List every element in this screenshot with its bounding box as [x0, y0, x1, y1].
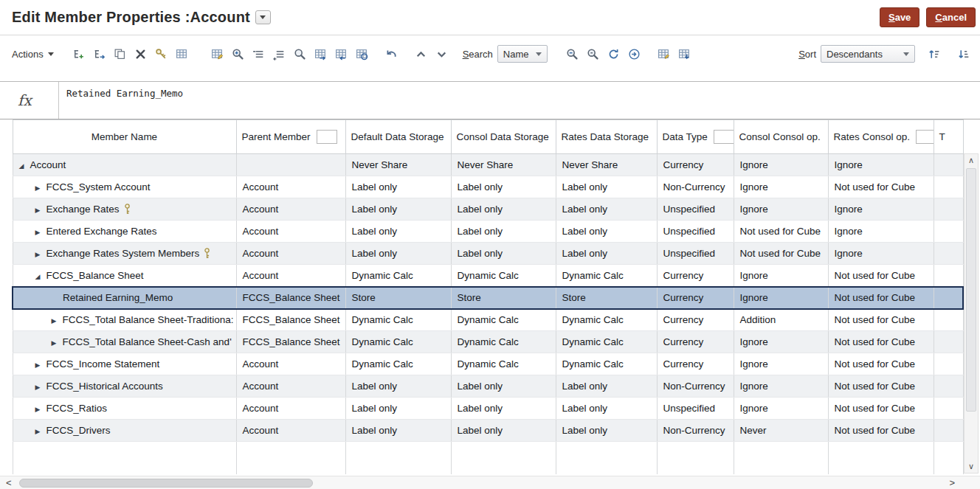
- consol-consol-op-cell[interactable]: Addition: [734, 309, 828, 331]
- default-data-storage-cell[interactable]: Dynamic Calc: [345, 331, 451, 353]
- consol-data-storage-cell[interactable]: Dynamic Calc: [451, 265, 556, 287]
- member-cell[interactable]: FCCS_Total Balance Sheet-Traditiona:: [13, 309, 236, 331]
- consol-consol-op-cell[interactable]: Ignore: [734, 398, 828, 420]
- refresh-icon[interactable]: [605, 45, 623, 63]
- table-row[interactable]: Account Never Share Never Share Never Sh…: [13, 154, 963, 176]
- search-by-select[interactable]: Name: [497, 45, 548, 63]
- vertical-scroll-track[interactable]: [965, 167, 978, 460]
- table-row[interactable]: FCCS_Balance Sheet Account Dynamic Calc …: [13, 265, 963, 287]
- member-cell[interactable]: FCCS_Income Statement: [13, 353, 236, 375]
- move-up-icon[interactable]: [413, 45, 430, 63]
- default-data-storage-cell[interactable]: Dynamic Calc: [345, 309, 451, 331]
- rates-consol-op-cell[interactable]: Ignore: [828, 243, 934, 265]
- export-grid-icon[interactable]: [655, 45, 673, 63]
- table-row[interactable]: Retained Earning_Memo FCCS_Balance Sheet…: [13, 287, 963, 309]
- rates-consol-op-cell[interactable]: Not used for Cube: [828, 398, 934, 420]
- table-row[interactable]: FCCS_Ratios Account Label only Label onl…: [13, 398, 963, 420]
- member-cell[interactable]: Exchange Rates System Members: [13, 243, 236, 265]
- consol-consol-op-cell[interactable]: Ignore: [734, 331, 828, 353]
- add-child-icon[interactable]: [70, 45, 88, 63]
- zoom-in-icon[interactable]: [230, 45, 247, 63]
- data-type-cell[interactable]: Currency: [657, 154, 734, 176]
- member-selector-icon[interactable]: [173, 45, 191, 63]
- column-header-member-name[interactable]: Member Name: [13, 120, 236, 154]
- magnifier-reset-icon[interactable]: [584, 45, 602, 63]
- consol-consol-op-cell[interactable]: Ignore: [734, 353, 828, 375]
- expand-toggle-icon[interactable]: [35, 207, 46, 214]
- vertical-scroll-thumb[interactable]: [966, 168, 976, 412]
- import-grid-icon[interactable]: [676, 45, 694, 63]
- rates-data-storage-cell[interactable]: Label only: [556, 375, 657, 398]
- data-type-cell[interactable]: Currency: [657, 353, 734, 375]
- header-filter-box[interactable]: [916, 130, 933, 144]
- consol-consol-op-cell[interactable]: Not used for Cube: [734, 221, 828, 243]
- rates-data-storage-cell[interactable]: Dynamic Calc: [556, 353, 657, 375]
- expand-toggle-icon[interactable]: [35, 229, 46, 236]
- rates-data-storage-cell[interactable]: Store: [556, 287, 657, 309]
- column-header-parent-member[interactable]: Parent Member: [236, 120, 345, 154]
- consol-consol-op-cell[interactable]: Ignore: [734, 176, 828, 198]
- data-type-cell[interactable]: Unspecified: [657, 398, 734, 420]
- scroll-up-icon[interactable]: [965, 154, 978, 167]
- default-data-storage-cell[interactable]: Label only: [345, 375, 451, 398]
- member-cell[interactable]: FCCS_Historical Accounts: [13, 375, 236, 398]
- consol-consol-op-cell[interactable]: Ignore: [734, 154, 828, 176]
- table-row[interactable]: FCCS_Income Statement Account Dynamic Ca…: [13, 353, 963, 375]
- delete-member-icon[interactable]: [132, 45, 150, 63]
- table-row[interactable]: FCCS_System Account Account Label only L…: [13, 176, 963, 198]
- sort-ascending-icon[interactable]: [925, 45, 943, 63]
- shift-column-right-icon[interactable]: [312, 45, 330, 63]
- rates-data-storage-cell[interactable]: Label only: [556, 198, 657, 221]
- rates-data-storage-cell[interactable]: Dynamic Calc: [556, 265, 657, 287]
- data-type-cell[interactable]: Non-Currency: [657, 375, 734, 398]
- table-row[interactable]: FCCS_Total Balance Sheet-Traditiona: FCC…: [13, 309, 963, 331]
- parent-member-cell[interactable]: FCCS_Balance Sheet: [236, 309, 345, 331]
- freeze-pane-icon[interactable]: [353, 45, 371, 63]
- default-data-storage-cell[interactable]: Label only: [345, 221, 451, 243]
- consol-consol-op-cell[interactable]: Never: [734, 420, 828, 442]
- column-header-data-type[interactable]: Data Type: [657, 120, 734, 154]
- consol-consol-op-cell[interactable]: Ignore: [734, 375, 828, 398]
- rates-data-storage-cell[interactable]: Label only: [556, 221, 657, 243]
- table-row[interactable]: Exchange Rates Account Label only Label …: [13, 198, 963, 221]
- expand-toggle-icon[interactable]: [52, 317, 63, 325]
- table-row[interactable]: FCCS_Drivers Account Label only Label on…: [13, 420, 963, 442]
- expand-toggle-icon[interactable]: [35, 384, 46, 391]
- expand-toggle-icon[interactable]: [35, 428, 46, 435]
- rates-consol-op-cell[interactable]: Not used for Cube: [828, 309, 934, 331]
- scroll-left-icon[interactable]: [6, 477, 12, 488]
- expand-toggle-icon[interactable]: [35, 251, 46, 258]
- member-cell[interactable]: FCCS_Drivers: [13, 420, 236, 442]
- header-filter-box[interactable]: [317, 130, 337, 144]
- horizontal-scroll-thumb[interactable]: [19, 479, 313, 488]
- header-filter-box[interactable]: [714, 130, 734, 144]
- horizontal-scrollbar[interactable]: [0, 476, 980, 489]
- parent-member-cell[interactable]: FCCS_Balance Sheet: [236, 331, 345, 353]
- rates-consol-op-cell[interactable]: Ignore: [828, 221, 934, 243]
- rates-consol-op-cell[interactable]: Not used for Cube: [828, 176, 934, 198]
- rates-consol-op-cell[interactable]: Ignore: [828, 198, 934, 221]
- data-type-cell[interactable]: Unspecified: [657, 221, 734, 243]
- process-data-icon[interactable]: [626, 45, 643, 63]
- member-cell[interactable]: FCCS_System Account: [13, 176, 236, 198]
- table-row[interactable]: FCCS_Total Balance Sheet-Cash and' FCCS_…: [13, 331, 963, 353]
- rates-consol-op-cell[interactable]: Not used for Cube: [828, 265, 934, 287]
- column-header-rates-data-storage[interactable]: Rates Data Storage: [556, 120, 657, 154]
- rates-consol-op-cell[interactable]: Not used for Cube: [828, 375, 934, 398]
- data-type-cell[interactable]: Currency: [657, 287, 734, 309]
- parent-member-cell[interactable]: Account: [236, 243, 345, 265]
- consol-data-storage-cell[interactable]: Label only: [451, 176, 556, 198]
- rates-consol-op-cell[interactable]: Not used for Cube: [828, 331, 934, 353]
- parent-member-cell[interactable]: Account: [236, 221, 345, 243]
- member-formula-field[interactable]: Retained Earning_Memo: [59, 82, 980, 119]
- shared-members-icon[interactable]: [153, 45, 170, 63]
- expand-toggle-icon[interactable]: [19, 162, 30, 170]
- column-header-consol-consol-op-[interactable]: Consol Consol op.: [734, 120, 828, 154]
- scroll-down-icon[interactable]: [965, 460, 978, 473]
- sort-scope-select[interactable]: Descendants: [821, 45, 915, 63]
- table-row[interactable]: FCCS_Historical Accounts Account Label o…: [13, 375, 963, 398]
- parent-member-cell[interactable]: Account: [236, 398, 345, 420]
- shift-column-left-icon[interactable]: [333, 45, 351, 63]
- edit-data-grid-icon[interactable]: [209, 45, 227, 63]
- vertical-scrollbar[interactable]: [964, 153, 979, 474]
